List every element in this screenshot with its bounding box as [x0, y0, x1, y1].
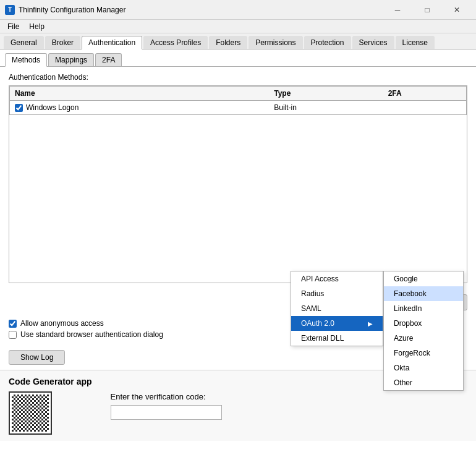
verify-section: Enter the verification code: [111, 392, 222, 420]
verify-code-input[interactable] [111, 405, 222, 420]
tab-protection[interactable]: Protection [304, 36, 351, 49]
section-title: Authentication Methods: [9, 73, 467, 82]
col-name: Name [10, 87, 270, 101]
submenu-item-forgerock[interactable]: ForgeRock [384, 346, 463, 360]
subtab-methods[interactable]: Methods [5, 53, 47, 67]
show-log-button[interactable]: Show Log [9, 350, 65, 365]
window-controls: ─ □ ✕ [383, 0, 471, 20]
app-icon: T [5, 5, 15, 15]
dropdown-item-api-access[interactable]: API Access [291, 271, 383, 286]
allow-anonymous-label: Allow anonymous access [20, 319, 104, 328]
qr-code-image [9, 391, 52, 435]
tab-authentication[interactable]: Authentication [82, 36, 142, 49]
close-button[interactable]: ✕ [443, 0, 471, 20]
submenu-item-dropbox[interactable]: Dropbox [384, 316, 463, 331]
tab-access-profiles[interactable]: Access Profiles [143, 36, 208, 49]
submenu-item-facebook[interactable]: Facebook [384, 286, 463, 301]
subtab-mappings[interactable]: Mappings [48, 53, 94, 66]
menu-file[interactable]: File [2, 21, 24, 32]
col-2fa: 2FA [383, 87, 467, 101]
maximize-button[interactable]: □ [413, 0, 441, 20]
main-content: Methods Mappings 2FA Authentication Meth… [0, 49, 476, 465]
content-area: Authentication Methods: Name Type 2FA [0, 67, 476, 289]
verify-label: Enter the verification code: [111, 392, 222, 401]
tab-permissions[interactable]: Permissions [249, 36, 302, 49]
tab-folders[interactable]: Folders [209, 36, 247, 49]
tab-broker[interactable]: Broker [45, 36, 80, 49]
row-type: Built-in [269, 101, 383, 115]
sub-tabbar: Methods Mappings 2FA [0, 49, 476, 67]
app-title: Thinfinity Configuration Manager [19, 6, 383, 14]
row-checkbox[interactable] [15, 104, 23, 112]
add-dropdown-menu: API Access Radius SAML OAuth 2.0 ▶ Exter… [291, 271, 383, 346]
dropdown-item-external-dll[interactable]: External DLL [291, 331, 383, 346]
dropdown-item-radius[interactable]: Radius [291, 286, 383, 301]
col-type: Type [269, 87, 383, 101]
submenu-item-other[interactable]: Other [384, 375, 463, 390]
tab-license[interactable]: License [396, 36, 435, 49]
qr-pattern [12, 395, 49, 432]
nav-tabbar: General Broker Authentication Access Pro… [0, 33, 476, 49]
dropdown-item-saml[interactable]: SAML [291, 301, 383, 316]
row-name: Windows Logon [26, 103, 79, 112]
tab-general[interactable]: General [4, 36, 44, 49]
submenu-item-google[interactable]: Google [384, 271, 463, 286]
auth-methods-table-container[interactable]: Name Type 2FA Windows Logon Built-i [9, 85, 467, 283]
tab-services[interactable]: Services [352, 36, 394, 49]
menu-help[interactable]: Help [24, 21, 49, 32]
submenu-arrow-icon: ▶ [368, 320, 373, 327]
submenu-item-linkedin[interactable]: LinkedIn [384, 301, 463, 316]
submenu-item-azure[interactable]: Azure [384, 331, 463, 346]
oauth-submenu: Google Facebook LinkedIn Dropbox Azure F… [383, 271, 464, 391]
submenu-item-okta[interactable]: Okta [384, 360, 463, 375]
use-standard-checkbox[interactable] [9, 331, 17, 339]
use-standard-label: Use standard browser authentication dial… [20, 330, 163, 339]
menubar: File Help [0, 20, 476, 33]
qr-title: Code Generator app [9, 377, 92, 386]
auth-methods-table: Name Type 2FA Windows Logon Built-i [9, 86, 467, 115]
dropdown-item-oauth[interactable]: OAuth 2.0 ▶ [291, 316, 383, 331]
minimize-button[interactable]: ─ [383, 0, 412, 20]
allow-anonymous-checkbox[interactable] [9, 320, 17, 328]
subtab-2fa[interactable]: 2FA [95, 53, 122, 66]
table-row[interactable]: Windows Logon Built-in [10, 101, 467, 115]
row-2fa [383, 101, 467, 115]
titlebar: T Thinfinity Configuration Manager ─ □ ✕ [0, 0, 476, 20]
qr-section: Code Generator app [9, 377, 92, 435]
